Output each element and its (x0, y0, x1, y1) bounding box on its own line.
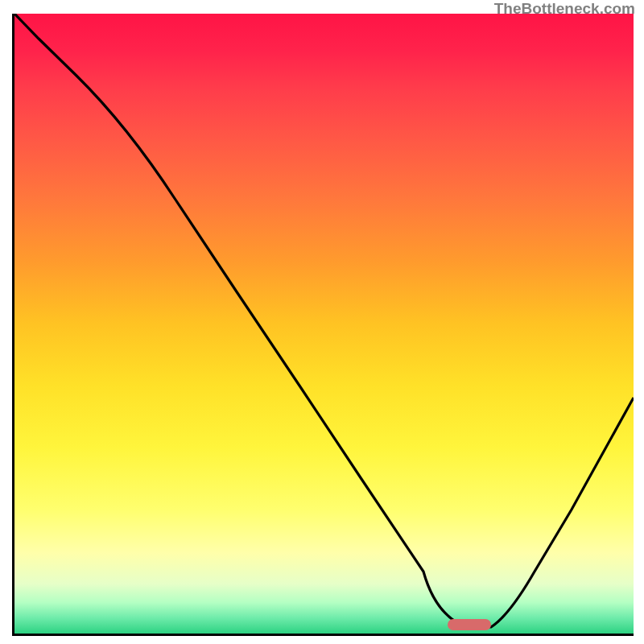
chart-container: TheBottleneck.com (0, 0, 644, 644)
x-axis (14, 634, 634, 636)
chart-overlay (14, 14, 634, 634)
y-axis (12, 14, 14, 636)
optimal-marker (448, 619, 491, 630)
bottleneck-curve (14, 14, 634, 627)
